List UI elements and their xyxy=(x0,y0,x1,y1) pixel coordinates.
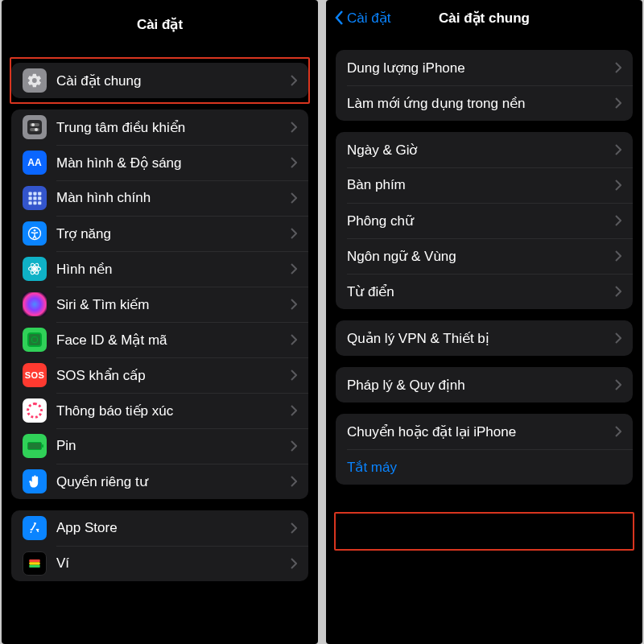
svg-rect-1 xyxy=(33,192,36,196)
row-vpn-device[interactable]: Quản lý VPN & Thiết bị xyxy=(336,320,633,356)
group-reset: Chuyển hoặc đặt lại iPhone Tắt máy xyxy=(336,414,633,485)
settings-screen: Cài đặt Cài đặt chung Trung tâm điều khi… xyxy=(2,0,318,644)
row-wallet[interactable]: Ví xyxy=(11,546,308,581)
row-legal[interactable]: Pháp lý & Quy định xyxy=(336,367,633,402)
row-exposure[interactable]: Thông báo tiếp xúc xyxy=(11,393,308,428)
exposure-icon xyxy=(23,398,47,423)
row-label: Phông chữ xyxy=(347,213,609,229)
chevron-right-icon xyxy=(291,192,297,204)
chevron-right-icon xyxy=(291,522,297,534)
chevron-right-icon xyxy=(615,379,621,390)
row-label: Siri & Tìm kiếm xyxy=(56,296,284,313)
row-keyboard[interactable]: Bàn phím xyxy=(336,167,633,203)
row-label: Chuyển hoặc đặt lại iPhone xyxy=(347,423,609,440)
row-faceid[interactable]: Face ID & Mật mã xyxy=(11,322,308,357)
chevron-right-icon xyxy=(615,144,621,155)
row-shutdown[interactable]: Tắt máy xyxy=(336,449,633,485)
row-dictionary[interactable]: Từ điển xyxy=(336,274,633,309)
chevron-right-icon xyxy=(291,369,297,381)
svg-rect-5 xyxy=(38,196,41,200)
group-legal: Pháp lý & Quy định xyxy=(336,367,633,402)
row-label: Bàn phím xyxy=(347,177,609,193)
svg-rect-8 xyxy=(38,201,41,204)
faceid-icon xyxy=(23,328,47,352)
chevron-right-icon xyxy=(615,215,621,226)
row-label: Màn hình chính xyxy=(56,190,284,206)
row-label: Pháp lý & Quy định xyxy=(347,377,609,394)
chevron-right-icon xyxy=(291,228,297,239)
row-label: Trợ năng xyxy=(56,225,284,242)
flower-icon xyxy=(23,257,47,281)
svg-point-11 xyxy=(33,267,36,270)
svg-rect-7 xyxy=(33,201,36,204)
chevron-right-icon xyxy=(291,122,297,133)
battery-icon xyxy=(23,434,47,458)
chevron-left-icon xyxy=(334,10,344,26)
row-sos[interactable]: SOS SOS khẩn cấp xyxy=(11,357,308,393)
svg-rect-3 xyxy=(29,196,32,200)
row-label: Ví xyxy=(56,555,284,572)
chevron-right-icon xyxy=(291,75,297,86)
row-transfer-reset[interactable]: Chuyển hoặc đặt lại iPhone xyxy=(336,414,633,449)
svg-rect-17 xyxy=(29,565,39,568)
chevron-right-icon xyxy=(615,62,621,73)
sliders-icon xyxy=(23,115,47,139)
chevron-right-icon xyxy=(615,250,621,262)
general-screen: Cài đặt Cài đặt chung Dung lượng iPhone … xyxy=(326,0,642,644)
back-label: Cài đặt xyxy=(347,10,390,27)
group-store: App Store Ví xyxy=(11,510,308,581)
nav-title: Cài đặt xyxy=(2,0,318,48)
svg-rect-4 xyxy=(33,196,36,200)
wallet-icon xyxy=(23,551,47,576)
row-wallpaper[interactable]: Hình nền xyxy=(11,251,308,287)
row-label: Màn hình & Độ sáng xyxy=(56,155,284,171)
row-language-region[interactable]: Ngôn ngữ & Vùng xyxy=(336,238,633,274)
chevron-right-icon xyxy=(615,332,621,344)
row-label: Làm mới ứng dụng trong nền xyxy=(347,95,609,112)
svg-rect-15 xyxy=(29,559,39,562)
chevron-right-icon xyxy=(615,97,621,109)
svg-point-10 xyxy=(34,229,36,232)
group-locale: Ngày & Giờ Bàn phím Phông chữ Ngôn ngữ &… xyxy=(336,132,633,309)
row-label: Quản lý VPN & Thiết bị xyxy=(347,330,609,347)
row-label: Thông báo tiếp xúc xyxy=(56,402,284,419)
accessibility-icon xyxy=(23,221,47,246)
group-vpn: Quản lý VPN & Thiết bị xyxy=(336,320,633,356)
row-control-center[interactable]: Trung tâm điều khiển xyxy=(11,109,308,145)
row-home-screen[interactable]: Màn hình chính xyxy=(11,180,308,216)
svg-rect-16 xyxy=(29,562,39,564)
row-label: Tắt máy xyxy=(347,459,621,476)
row-appstore[interactable]: App Store xyxy=(11,510,308,546)
row-label: Dung lượng iPhone xyxy=(347,60,609,76)
row-fonts[interactable]: Phông chữ xyxy=(336,203,633,238)
row-display[interactable]: AA Màn hình & Độ sáng xyxy=(11,145,308,180)
chevron-right-icon xyxy=(291,263,297,275)
nav-bar: Cài đặt Cài đặt chung xyxy=(326,0,642,35)
row-general[interactable]: Cài đặt chung xyxy=(11,63,308,98)
row-iphone-storage[interactable]: Dung lượng iPhone xyxy=(336,50,633,85)
row-privacy[interactable]: Quyền riêng tư xyxy=(11,464,308,499)
row-date-time[interactable]: Ngày & Giờ xyxy=(336,132,633,167)
row-label: Trung tâm điều khiển xyxy=(56,119,284,136)
row-background-refresh[interactable]: Làm mới ứng dụng trong nền xyxy=(336,85,633,121)
chevron-right-icon xyxy=(291,405,297,416)
row-label: Face ID & Mật mã xyxy=(56,332,284,349)
chevron-right-icon xyxy=(615,180,621,191)
chevron-right-icon xyxy=(291,558,297,569)
sos-icon: SOS xyxy=(23,363,47,387)
row-label: Ngày & Giờ xyxy=(347,142,609,159)
back-button[interactable]: Cài đặt xyxy=(334,10,390,27)
row-battery[interactable]: Pin xyxy=(11,428,308,464)
chevron-right-icon xyxy=(615,426,621,437)
row-siri[interactable]: Siri & Tìm kiếm xyxy=(11,287,308,322)
row-label: App Store xyxy=(56,520,284,536)
group-display: Trung tâm điều khiển AA Màn hình & Độ sá… xyxy=(11,109,308,499)
highlight-reset xyxy=(334,512,634,551)
chevron-right-icon xyxy=(291,476,297,487)
row-accessibility[interactable]: Trợ năng xyxy=(11,216,308,251)
row-label: Cài đặt chung xyxy=(56,72,284,89)
svg-rect-6 xyxy=(29,201,32,204)
siri-icon xyxy=(23,292,47,316)
text-size-icon: AA xyxy=(23,151,47,175)
chevron-right-icon xyxy=(615,286,621,297)
